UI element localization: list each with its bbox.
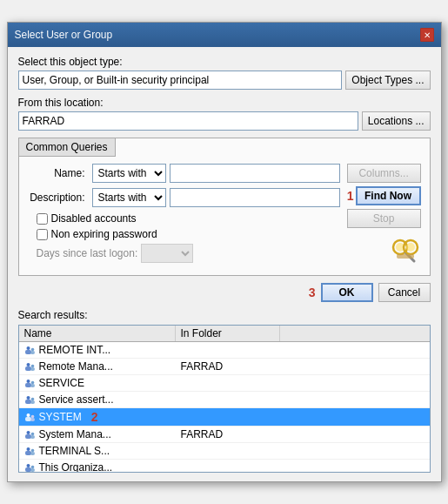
user-group-icon — [24, 360, 37, 373]
object-types-button[interactable]: Object Types ... — [345, 71, 430, 90]
description-condition-select[interactable]: Starts with — [92, 188, 166, 207]
table-cell-name-text: Remote Mana... — [39, 360, 113, 373]
svg-rect-10 — [25, 366, 31, 371]
columns-button[interactable]: Columns... — [347, 164, 421, 183]
user-group-icon — [24, 393, 37, 406]
svg-rect-28 — [30, 435, 35, 439]
name-query-label: Name: — [28, 167, 89, 179]
object-type-input[interactable] — [18, 71, 343, 90]
stop-button[interactable]: Stop — [347, 209, 421, 228]
table-cell-name-text: SERVICE — [39, 377, 84, 389]
user-group-icon — [24, 344, 37, 356]
locations-button[interactable]: Locations ... — [362, 111, 431, 131]
disabled-accounts-row: Disabled accounts — [37, 212, 340, 225]
cancel-button[interactable]: Cancel — [378, 283, 431, 302]
table-cell-name: SYSTEM2 — [19, 409, 176, 425]
common-queries-box: Common Queries Name: Starts with — [18, 138, 431, 276]
table-row[interactable]: This Organiza... — [19, 460, 430, 473]
user-group-icon — [24, 411, 37, 423]
description-query-input[interactable] — [170, 188, 340, 207]
svg-rect-18 — [25, 400, 31, 404]
location-row: Locations ... — [18, 111, 431, 131]
svg-point-31 — [26, 447, 30, 451]
table-row[interactable]: TERMINAL S... — [19, 443, 430, 460]
search-binoculars-icon — [390, 235, 421, 266]
svg-point-11 — [26, 363, 30, 366]
table-cell-folder — [176, 467, 280, 468]
table-cell-name: Remote Mana... — [19, 360, 176, 373]
table-cell-name-text: SYSTEM — [39, 411, 82, 423]
find-now-button[interactable]: Find Now — [356, 186, 421, 205]
name-query-row: Name: Starts with — [28, 164, 340, 183]
days-row: Days since last logon: — [37, 244, 340, 263]
svg-rect-5 — [397, 254, 414, 259]
non-expiring-label: Non expiring password — [51, 228, 157, 240]
table-header: Name In Folder — [19, 326, 430, 342]
svg-point-33 — [30, 449, 34, 453]
svg-point-19 — [26, 396, 30, 400]
svg-rect-30 — [25, 451, 31, 455]
svg-point-27 — [26, 431, 30, 434]
svg-point-21 — [30, 398, 34, 401]
close-button[interactable]: ✕ — [420, 28, 434, 42]
svg-point-4 — [406, 243, 415, 252]
ok-cancel-row: 3 OK Cancel — [18, 283, 431, 302]
user-group-icon — [24, 445, 37, 457]
svg-point-25 — [30, 415, 34, 419]
days-label: Days since last logon: — [37, 247, 138, 259]
table-cell-name: Service assert... — [19, 393, 176, 407]
col-folder-header: In Folder — [176, 326, 280, 341]
table-cell-name-text: Service assert... — [39, 393, 114, 406]
table-row[interactable]: Service assert... — [19, 392, 430, 408]
table-cell-folder — [176, 382, 280, 384]
svg-rect-22 — [25, 417, 31, 421]
table-row[interactable]: SERVICE — [19, 375, 430, 392]
svg-point-23 — [26, 413, 30, 417]
svg-rect-34 — [25, 467, 31, 472]
svg-rect-32 — [30, 452, 35, 455]
svg-rect-36 — [30, 468, 35, 472]
table-cell-folder — [176, 399, 280, 400]
svg-rect-24 — [30, 418, 35, 421]
non-expiring-checkbox[interactable] — [37, 229, 48, 240]
table-cell-folder — [176, 450, 280, 452]
name-query-input[interactable] — [170, 164, 340, 183]
dialog-body: Select this object type: Object Types ..… — [8, 47, 441, 481]
table-row[interactable]: REMOTE INT... — [19, 342, 430, 359]
table-cell-folder — [176, 349, 280, 351]
svg-rect-14 — [25, 383, 31, 387]
table-cell-name-text: TERMINAL S... — [39, 445, 110, 457]
location-label: From this location: — [18, 97, 431, 109]
table-body: REMOTE INT... Remote Mana...FARRAD SERVI… — [19, 342, 430, 473]
table-row[interactable]: System Mana...FARRAD — [19, 427, 430, 443]
table-cell-name: System Mana... — [19, 427, 176, 441]
table-row[interactable]: SYSTEM2 — [19, 408, 430, 427]
common-queries-tab[interactable]: Common Queries — [19, 138, 116, 157]
table-row[interactable]: Remote Mana...FARRAD — [19, 359, 430, 375]
table-cell-name-text: REMOTE INT... — [39, 344, 111, 356]
selected-row-num: 2 — [91, 410, 98, 424]
ok-num-badge: 3 — [309, 286, 316, 299]
svg-point-17 — [30, 381, 34, 385]
table-cell-folder: FARRAD — [176, 427, 280, 441]
table-cell-name: This Organiza... — [19, 460, 176, 473]
svg-rect-20 — [30, 400, 35, 404]
svg-rect-16 — [30, 384, 35, 387]
right-buttons: Columns... 1 Find Now Stop — [347, 164, 421, 266]
user-group-icon — [24, 377, 37, 389]
table-cell-name: TERMINAL S... — [19, 444, 176, 458]
location-input[interactable] — [18, 111, 358, 131]
disabled-accounts-label: Disabled accounts — [51, 212, 137, 225]
results-table[interactable]: Name In Folder REMOTE INT... Remote Mana… — [18, 325, 431, 473]
svg-rect-6 — [25, 350, 31, 354]
disabled-accounts-checkbox[interactable] — [37, 213, 48, 225]
days-select[interactable] — [141, 244, 193, 263]
svg-rect-12 — [30, 367, 35, 371]
name-condition-select[interactable]: Starts with — [92, 164, 166, 183]
svg-rect-26 — [25, 434, 31, 439]
title-bar: Select User or Group ✕ — [8, 23, 441, 47]
svg-point-29 — [30, 433, 34, 436]
ok-button[interactable]: OK — [321, 283, 373, 302]
user-group-icon — [24, 461, 37, 473]
svg-point-35 — [26, 464, 30, 467]
